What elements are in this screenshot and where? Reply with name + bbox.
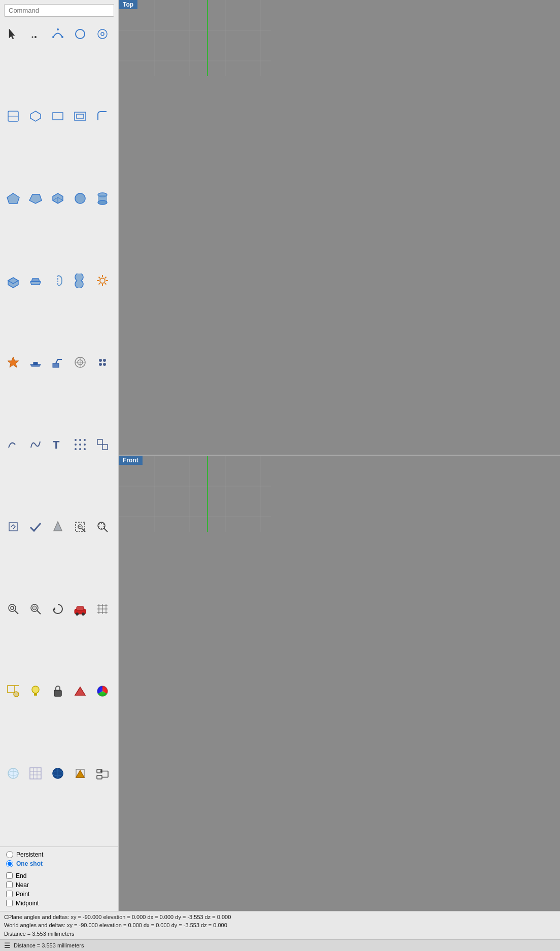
svg-point-52 xyxy=(103,363,106,366)
blend-curve-tool-button[interactable] xyxy=(24,433,47,456)
solid-cyl-tool-button[interactable] xyxy=(91,187,114,210)
svg-point-5 xyxy=(61,36,63,38)
grid-snap-tool-tool-button[interactable] xyxy=(91,598,114,620)
svg-line-43 xyxy=(56,359,58,363)
svg-text:+: + xyxy=(79,524,81,529)
tool-grid: T+ xyxy=(0,21,118,846)
rotate-view-tool-tool-button[interactable] xyxy=(47,598,69,620)
flow-diagram-tool-button[interactable] xyxy=(91,762,114,785)
snap-point-item[interactable]: Point xyxy=(6,891,112,898)
snap-midpoint-label: Midpoint xyxy=(16,900,39,907)
svg-rect-12 xyxy=(53,113,63,120)
oneshot-radio[interactable] xyxy=(6,860,13,867)
svg-rect-42 xyxy=(53,363,59,367)
offset-tool-tool-button[interactable] xyxy=(69,105,91,127)
toolbar: T+ Persistent One shot End xyxy=(0,0,119,911)
color-wheel-tool-tool-button[interactable] xyxy=(91,680,114,702)
extrude-tool-tool-button[interactable] xyxy=(2,269,24,292)
svg-rect-120 xyxy=(119,0,271,76)
fillet-tool-tool-button[interactable] xyxy=(91,105,114,127)
grid-points-tool-button[interactable] xyxy=(69,433,91,456)
status-bar: CPlane angles and deltas: xy = -90.000 e… xyxy=(0,911,560,940)
nurbs-surface-tool-button[interactable] xyxy=(24,187,47,210)
boolean-union-tool-tool-button[interactable] xyxy=(69,269,91,292)
svg-point-56 xyxy=(84,439,86,441)
ellipse-tool-button[interactable] xyxy=(2,105,24,127)
curve-pts-tool-button[interactable] xyxy=(47,23,69,45)
orange-star-tool-button[interactable] xyxy=(2,351,24,373)
zoom-win-tool-tool-button[interactable] xyxy=(91,516,114,538)
material-tool-tool-button[interactable] xyxy=(69,680,91,702)
svg-point-57 xyxy=(75,444,77,446)
zoom-ext-tool-tool-button[interactable]: + xyxy=(69,516,91,538)
point-tool-button[interactable] xyxy=(24,23,47,45)
svg-rect-73 xyxy=(99,523,104,528)
svg-rect-63 xyxy=(97,439,102,445)
svg-point-50 xyxy=(103,359,106,362)
curve-match-tool-button[interactable] xyxy=(2,433,24,456)
snap-point-checkbox[interactable] xyxy=(6,891,13,897)
status-line4: Distance = 3.553 millimeters xyxy=(14,942,84,948)
loft-tool-tool-button[interactable] xyxy=(24,269,47,292)
snap-end-checkbox[interactable] xyxy=(6,872,13,879)
svg-point-61 xyxy=(79,448,81,450)
revolve-tool-tool-button[interactable] xyxy=(47,269,69,292)
oneshot-radio-item[interactable]: One shot xyxy=(6,860,112,867)
cage-edit-tool-button[interactable] xyxy=(2,516,24,538)
svg-point-94 xyxy=(32,686,39,693)
svg-point-76 xyxy=(11,606,14,609)
status-bar-bottom: ☰ Distance = 3.553 millimeters xyxy=(0,939,560,951)
grid-display-tool-button[interactable] xyxy=(24,762,47,785)
block-tool-tool-button[interactable] xyxy=(91,433,114,456)
move-tool-tool-button[interactable] xyxy=(24,351,47,373)
viewport-front[interactable]: Front xyxy=(119,456,560,910)
svg-rect-82 xyxy=(77,606,84,610)
svg-marker-39 xyxy=(8,357,19,367)
freeform-tool-button[interactable] xyxy=(91,23,114,45)
polygon-tool-tool-button[interactable] xyxy=(24,105,47,127)
target-point-tool-tool-button[interactable] xyxy=(2,680,24,702)
persistent-radio-item[interactable]: Persistent xyxy=(6,851,112,858)
snap-end-item[interactable]: End xyxy=(6,872,112,879)
svg-point-58 xyxy=(79,444,81,446)
viewport-top[interactable]: Top xyxy=(119,0,560,456)
svg-line-78 xyxy=(37,610,41,614)
vehicle-view-tool-button[interactable] xyxy=(69,598,91,620)
svg-marker-40 xyxy=(30,364,41,366)
cog-tool-tool-button[interactable] xyxy=(91,269,114,292)
circle-arc-tool-button[interactable] xyxy=(69,23,91,45)
lock-tool-tool-button[interactable] xyxy=(47,680,69,702)
svg-point-84 xyxy=(82,613,85,616)
zoom-in-out-tool-button[interactable] xyxy=(24,598,47,620)
command-input[interactable] xyxy=(4,4,114,17)
rectangle-tool-tool-button[interactable] xyxy=(47,105,69,127)
snap-near-item[interactable]: Near xyxy=(6,881,112,889)
snap-midpoint-item[interactable]: Midpoint xyxy=(6,900,112,907)
cone-analyze-tool-button[interactable] xyxy=(47,516,69,538)
snap-midpoint-checkbox[interactable] xyxy=(6,900,13,906)
zoom-obj-tool-tool-button[interactable] xyxy=(2,598,24,620)
persistent-radio[interactable] xyxy=(6,851,13,858)
snap-near-checkbox[interactable] xyxy=(6,881,13,888)
triangle-down-tool-button[interactable] xyxy=(69,762,91,785)
dots-group-tool-button[interactable] xyxy=(91,351,114,373)
select-tool-button[interactable] xyxy=(2,23,24,45)
viewport-front-label: Front xyxy=(119,456,143,465)
light-bulb-tool-tool-button[interactable] xyxy=(24,680,47,702)
sphere-display-tool-button[interactable] xyxy=(2,762,24,785)
hamburger-icon[interactable]: ☰ xyxy=(4,941,11,949)
svg-point-62 xyxy=(84,448,86,450)
svg-rect-104 xyxy=(30,768,41,779)
svg-point-6 xyxy=(76,29,85,39)
sphere-globe-tool-button[interactable] xyxy=(47,762,69,785)
solid-box-tool-button[interactable] xyxy=(47,187,69,210)
svg-marker-98 xyxy=(75,687,85,695)
orient-tool-tool-button[interactable] xyxy=(47,351,69,373)
text-tool-tool-button[interactable]: T xyxy=(47,433,69,456)
status-line3: Distance = 3.553 millimeters xyxy=(4,930,556,938)
svg-line-35 xyxy=(99,277,100,278)
solid-sphere-tool-button[interactable] xyxy=(69,187,91,210)
3d-face-tool-button[interactable] xyxy=(2,187,24,210)
circle-target-tool-button[interactable] xyxy=(69,351,91,373)
check-mark-tool-button[interactable] xyxy=(24,516,47,538)
